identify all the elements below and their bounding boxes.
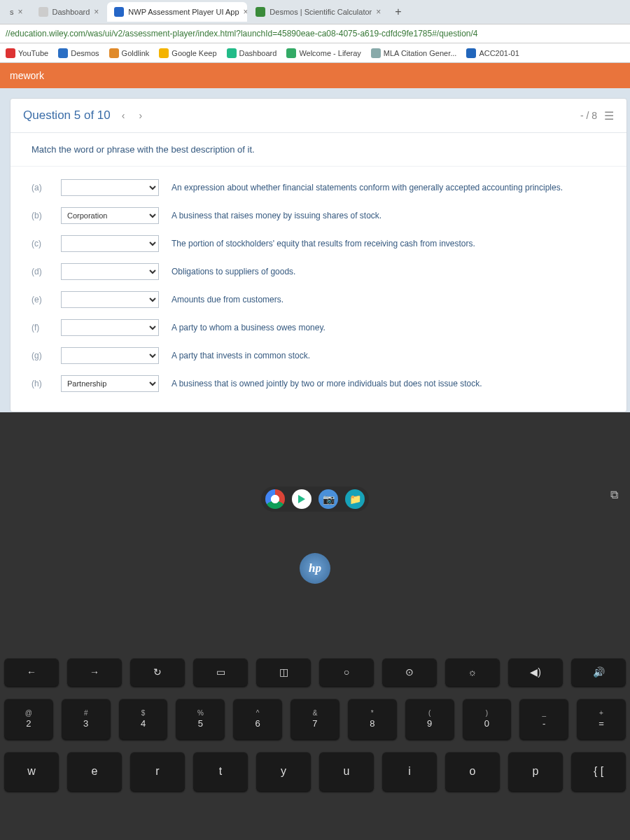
num-key-4[interactable]: $4 bbox=[119, 699, 168, 739]
hp-logo: hp bbox=[300, 553, 330, 584]
row-description: A business that is owned jointly by two … bbox=[172, 378, 606, 390]
letter-key-t[interactable]: t bbox=[193, 752, 248, 791]
tab-0[interactable]: s × bbox=[3, 2, 30, 22]
match-row-d: (d)Obligations to suppliers of goods. bbox=[31, 258, 606, 286]
goldlink-icon bbox=[109, 48, 119, 58]
num-key-8[interactable]: *8 bbox=[348, 699, 397, 739]
close-icon[interactable]: × bbox=[244, 7, 248, 17]
bookmark-bar: YouTube Desmos Goldlink Google Keep Dash… bbox=[0, 43, 630, 63]
match-select-0[interactable] bbox=[61, 179, 159, 196]
fn-key-6[interactable]: ⊙ bbox=[382, 658, 437, 686]
letter-key-w[interactable]: w bbox=[4, 752, 59, 791]
bookmark-youtube[interactable]: YouTube bbox=[6, 48, 48, 58]
num-key-3[interactable]: #3 bbox=[62, 699, 111, 739]
match-row-a: (a)An expression about whether financial… bbox=[31, 174, 606, 202]
tab-label: Dashboard bbox=[52, 8, 90, 16]
num-key-9[interactable]: (9 bbox=[405, 699, 454, 739]
mla-icon bbox=[371, 48, 381, 58]
tab-3[interactable]: Desmos | Scientific Calculator × bbox=[248, 2, 388, 22]
bookmark-google-keep[interactable]: Google Keep bbox=[159, 48, 216, 58]
bookmark-acc[interactable]: ACC201-01 bbox=[466, 48, 519, 58]
tab-label: NWP Assessment Player UI App bbox=[128, 8, 239, 16]
row-label: (a) bbox=[31, 183, 48, 192]
row-description: Amounts due from customers. bbox=[172, 294, 606, 306]
fn-key-2[interactable]: ↻ bbox=[130, 658, 185, 686]
fn-key-4[interactable]: ◫ bbox=[256, 658, 311, 686]
acc-icon bbox=[466, 48, 476, 58]
page-header-bar: mework bbox=[0, 63, 630, 88]
tab-2-active[interactable]: NWP Assessment Player UI App × bbox=[107, 2, 247, 22]
fn-key-7[interactable]: ☼ bbox=[445, 658, 500, 686]
row-description: Obligations to suppliers of goods. bbox=[172, 266, 606, 278]
letter-key-i[interactable]: i bbox=[382, 752, 437, 791]
liferay-icon bbox=[286, 48, 296, 58]
prev-question-button[interactable]: ‹ bbox=[119, 110, 128, 121]
letter-key-r[interactable]: r bbox=[130, 752, 185, 791]
fn-key-9[interactable]: 🔊 bbox=[571, 658, 626, 686]
num-key-6[interactable]: ^6 bbox=[233, 699, 282, 739]
close-icon[interactable]: × bbox=[376, 7, 381, 17]
chrome-app-icon[interactable] bbox=[265, 489, 285, 509]
bookmark-mla[interactable]: MLA Citation Gener... bbox=[371, 48, 457, 58]
keyboard: ←→↻▭◫○⊙☼◀)🔊 @2#3$4%5^6&7*8(9)0_-+= werty… bbox=[0, 658, 630, 791]
match-select-7[interactable]: Partnership bbox=[61, 375, 159, 392]
num-key-0[interactable]: )0 bbox=[463, 699, 512, 739]
match-select-3[interactable] bbox=[61, 263, 159, 280]
row-description: A party that invests in common stock. bbox=[172, 350, 606, 362]
letter-key-o[interactable]: o bbox=[445, 752, 500, 791]
files-app-icon[interactable]: 📁 bbox=[345, 489, 365, 509]
row-label: (f) bbox=[31, 323, 48, 332]
browser-chrome: s × Dashboard × NWP Assessment Player UI… bbox=[0, 0, 630, 63]
row-description: The portion of stockholders' equity that… bbox=[172, 238, 606, 250]
row-label: (b) bbox=[31, 211, 48, 220]
num-key-2[interactable]: @2 bbox=[4, 699, 53, 739]
letter-key-p[interactable]: p bbox=[508, 752, 563, 791]
row-label: (g) bbox=[31, 351, 48, 360]
row-description: A party to whom a business owes money. bbox=[172, 322, 606, 334]
num-key-=[interactable]: += bbox=[577, 699, 626, 739]
letter-key-e[interactable]: e bbox=[67, 752, 122, 791]
keep-icon bbox=[159, 48, 169, 58]
close-icon[interactable]: × bbox=[94, 7, 99, 17]
num-key-7[interactable]: &7 bbox=[290, 699, 340, 739]
fn-key-1[interactable]: → bbox=[67, 658, 122, 686]
favicon-icon bbox=[38, 7, 48, 17]
fn-key-3[interactable]: ▭ bbox=[193, 658, 248, 686]
match-select-5[interactable] bbox=[61, 319, 159, 336]
tab-strip: s × Dashboard × NWP Assessment Player UI… bbox=[0, 0, 630, 24]
close-icon[interactable]: × bbox=[18, 7, 23, 17]
play-store-icon[interactable] bbox=[292, 489, 312, 509]
new-tab-button[interactable]: + bbox=[389, 6, 407, 18]
tab-1[interactable]: Dashboard × bbox=[31, 2, 106, 22]
match-select-2[interactable] bbox=[61, 235, 159, 252]
row-label: (d) bbox=[31, 267, 48, 276]
letter-key-u[interactable]: u bbox=[319, 752, 374, 791]
bookmark-goldlink[interactable]: Goldlink bbox=[109, 48, 150, 58]
letter-key-{[interactable]: { [ bbox=[571, 752, 626, 791]
question-prompt: Match the word or phrase with the best d… bbox=[10, 133, 626, 167]
num-key--[interactable]: _- bbox=[519, 699, 568, 739]
bookmark-liferay[interactable]: Welcome - Liferay bbox=[286, 48, 360, 58]
dashboard-icon bbox=[227, 48, 237, 58]
youtube-icon bbox=[6, 48, 15, 58]
next-question-button[interactable]: › bbox=[136, 110, 145, 121]
question-card: Question 5 of 10 ‹ › - / 8 ☰ Match the w… bbox=[10, 98, 627, 412]
num-key-5[interactable]: %5 bbox=[176, 699, 225, 739]
question-list-icon[interactable]: ☰ bbox=[604, 109, 614, 122]
url-bar[interactable]: //education.wiley.com/was/ui/v2/assessme… bbox=[0, 24, 630, 43]
bookmark-desmos[interactable]: Desmos bbox=[58, 48, 99, 58]
camera-app-icon[interactable]: 📷 bbox=[318, 489, 338, 509]
match-select-1[interactable]: Corporation bbox=[61, 207, 159, 224]
fn-key-5[interactable]: ○ bbox=[319, 658, 374, 686]
fn-key-0[interactable]: ← bbox=[4, 658, 59, 686]
clipboard-icon[interactable]: ⧉ bbox=[610, 489, 626, 504]
match-row-b: (b)CorporationA business that raises mon… bbox=[31, 202, 606, 230]
match-select-4[interactable] bbox=[61, 291, 159, 308]
bookmark-dashboard[interactable]: Dashboard bbox=[227, 48, 277, 58]
letter-key-y[interactable]: y bbox=[256, 752, 311, 791]
match-select-6[interactable] bbox=[61, 347, 159, 364]
fn-key-8[interactable]: ◀) bbox=[508, 658, 563, 686]
match-row-f: (f)A party to whom a business owes money… bbox=[31, 314, 606, 342]
row-description: An expression about whether financial st… bbox=[172, 182, 606, 194]
match-row-c: (c)The portion of stockholders' equity t… bbox=[31, 230, 606, 258]
